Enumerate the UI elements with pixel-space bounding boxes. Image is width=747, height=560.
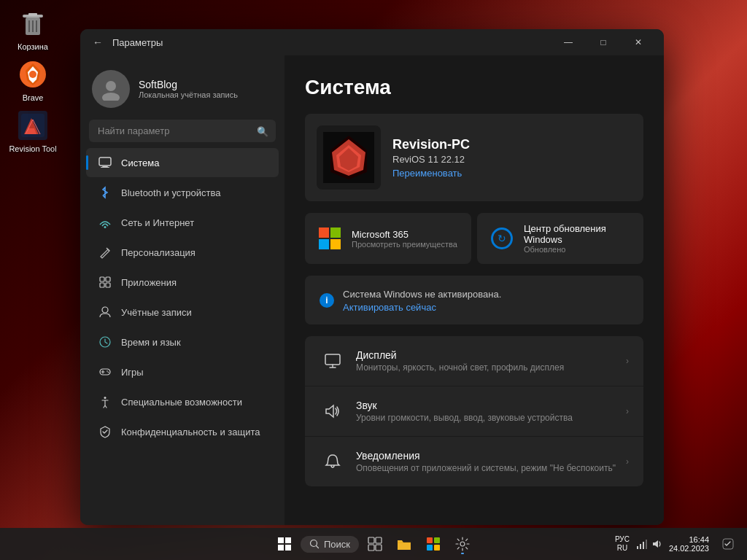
sidebar-item-network[interactable]: Сеть и Интернет (86, 208, 279, 237)
back-button[interactable]: ← (89, 34, 107, 51)
quick-links: Microsoft 365 Просмотреть преимущества ↻… (305, 213, 643, 264)
svg-rect-44 (434, 545, 440, 551)
sidebar-item-gaming[interactable]: Игры (86, 357, 279, 386)
time-icon (98, 335, 112, 349)
sidebar-item-system[interactable]: Система (86, 148, 279, 177)
notifications-setting[interactable]: Уведомления Оповещения от приложений и с… (305, 437, 643, 486)
svg-rect-14 (101, 167, 109, 168)
close-button[interactable]: ✕ (622, 29, 655, 55)
sidebar-search-container: 🔍 (89, 120, 276, 142)
sidebar-item-apps[interactable]: Приложения (86, 268, 279, 297)
svg-rect-35 (285, 545, 291, 551)
sound-setting[interactable]: Звук Уровни громкости, вывод, ввод, звук… (305, 386, 643, 437)
accessibility-icon (98, 394, 112, 409)
store-button[interactable] (420, 531, 446, 557)
taskbar-search-label: Поиск (324, 539, 350, 550)
svg-point-23 (107, 370, 108, 372)
privacy-icon (98, 424, 112, 439)
clock[interactable]: 16:44 24.02.2023 (669, 535, 709, 553)
taskbar-center: Поиск (271, 531, 476, 557)
recycle-bin-icon[interactable]: Корзина (7, 7, 58, 51)
sidebar-label-privacy: Конфиденциальность и защита (121, 427, 260, 438)
file-explorer-button[interactable] (391, 531, 417, 557)
taskbar-right: РУС RU 16:44 24.02.2023 (615, 531, 741, 557)
sidebar-label-time: Время и язык (121, 337, 181, 348)
svg-rect-16 (100, 277, 104, 281)
svg-point-20 (102, 307, 108, 313)
sidebar: SoftBlog Локальная учётная запись 🔍 (80, 55, 285, 525)
windows-update-card[interactable]: ↻ Центр обновления Windows Обновлено (477, 213, 643, 264)
notifications-title: Уведомления (356, 450, 616, 462)
svg-rect-40 (376, 545, 382, 551)
lang-line1: РУС (615, 535, 630, 544)
svg-rect-39 (368, 545, 374, 551)
brave-browser-icon[interactable]: Brave (7, 58, 58, 102)
svg-point-45 (460, 542, 465, 546)
revision-tool-icon[interactable]: Revision Tool (7, 109, 58, 153)
settings-taskbar-button[interactable] (449, 531, 476, 557)
display-setting[interactable]: Дисплей Мониторы, яркость, ночной свет, … (305, 336, 643, 386)
svg-rect-19 (106, 283, 110, 287)
user-profile[interactable]: SoftBlog Локальная учётная запись (80, 61, 285, 120)
pc-rename-button[interactable]: Переименовать (392, 168, 632, 179)
user-name: SoftBlog (139, 79, 238, 90)
settings-window: ← Параметры — □ ✕ (80, 29, 664, 525)
sidebar-label-system: Система (121, 158, 159, 168)
taskbar-search[interactable]: Поиск (301, 536, 359, 553)
svg-rect-32 (278, 537, 284, 543)
window-title: Параметры (112, 37, 163, 48)
sidebar-label-gaming: Игры (121, 367, 144, 378)
sidebar-item-personalization[interactable]: Персонализация (86, 238, 279, 267)
notifications-chevron: › (626, 456, 629, 467)
activation-banner: i Система Windows не активирована. Актив… (305, 276, 643, 324)
sidebar-label-apps: Приложения (121, 277, 177, 288)
minimize-button[interactable]: — (551, 29, 585, 55)
notification-button[interactable] (715, 531, 741, 557)
date-display: 24.02.2023 (669, 544, 709, 553)
winupdate-subtitle: Обновлено (524, 245, 632, 254)
svg-rect-42 (434, 537, 440, 543)
start-button[interactable] (271, 531, 298, 557)
sys-tray (635, 538, 663, 550)
language-indicator[interactable]: РУС RU (615, 535, 630, 553)
pc-info-card: Revision-PC ReviOS 11 22.12 Переименоват… (305, 114, 643, 201)
sidebar-label-accessibility: Специальные возможности (121, 397, 242, 408)
activation-info-icon: i (320, 293, 334, 308)
search-icon: 🔍 (257, 125, 268, 136)
window-controls: — □ ✕ (551, 29, 655, 55)
task-view-button[interactable] (362, 531, 388, 557)
svg-rect-46 (637, 546, 638, 549)
ms365-card[interactable]: Microsoft 365 Просмотреть преимущества (305, 213, 471, 264)
sidebar-item-time[interactable]: Время и язык (86, 327, 279, 357)
windows-update-icon: ↻ (489, 225, 515, 252)
activation-link[interactable]: Активировать сейчас (343, 302, 629, 313)
volume-tray-icon (651, 538, 663, 550)
system-icon (98, 155, 112, 170)
svg-rect-38 (376, 537, 382, 543)
search-input[interactable] (89, 120, 276, 142)
window-body: SoftBlog Локальная учётная запись 🔍 (80, 55, 664, 525)
sidebar-item-privacy[interactable]: Конфиденциальность и защита (86, 417, 279, 446)
svg-rect-33 (285, 537, 291, 543)
sidebar-item-accounts[interactable]: Учётные записи (86, 298, 279, 327)
system-settings-list: Дисплей Мониторы, яркость, ночной свет, … (305, 336, 643, 486)
sidebar-item-bluetooth[interactable]: Bluetooth и устройства (86, 178, 279, 207)
svg-rect-48 (643, 542, 644, 549)
sidebar-label-accounts: Учётные записи (121, 307, 192, 318)
network-icon (98, 215, 112, 230)
page-title: Система (305, 76, 643, 99)
svg-rect-31 (325, 354, 340, 365)
sound-icon (320, 398, 346, 424)
nav-list: Система Bluetooth и устройства (80, 148, 285, 446)
svg-rect-2 (28, 13, 37, 16)
notifications-subtitle: Оповещения от приложений и системы, режи… (356, 463, 616, 473)
user-avatar (92, 70, 130, 108)
accounts-icon (98, 305, 112, 319)
maximize-button[interactable]: □ (587, 29, 620, 55)
lang-line2: RU (617, 544, 627, 553)
ms365-title: Microsoft 365 (352, 229, 457, 240)
taskbar: Поиск (0, 528, 747, 560)
sidebar-item-accessibility[interactable]: Специальные возможности (86, 387, 279, 416)
personalization-icon (98, 245, 112, 260)
notifications-icon (320, 448, 346, 475)
